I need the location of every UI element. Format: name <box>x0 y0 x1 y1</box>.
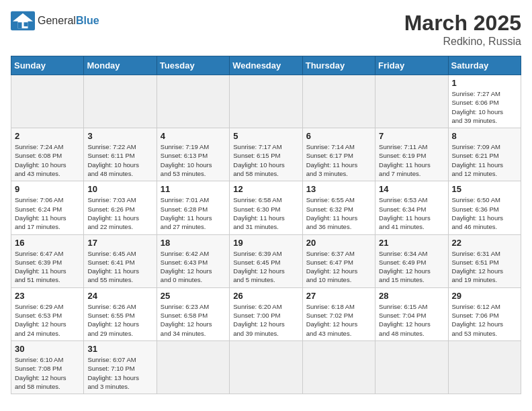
day-info: Sunrise: 6:20 AM Sunset: 7:00 PM Dayligh… <box>233 302 298 338</box>
day-number: 28 <box>379 291 444 301</box>
day-info: Sunrise: 6:50 AM Sunset: 6:36 PM Dayligh… <box>452 195 517 231</box>
day-info: Sunrise: 6:37 AM Sunset: 6:47 PM Dayligh… <box>306 249 371 285</box>
calendar-week-5: 23Sunrise: 6:29 AM Sunset: 6:53 PM Dayli… <box>11 287 521 340</box>
day-number: 26 <box>233 291 298 301</box>
day-info: Sunrise: 6:29 AM Sunset: 6:53 PM Dayligh… <box>15 302 80 338</box>
calendar-cell: 12Sunrise: 6:58 AM Sunset: 6:30 PM Dayli… <box>230 181 302 234</box>
calendar-cell: 8Sunrise: 7:09 AM Sunset: 6:21 PM Daylig… <box>448 128 521 181</box>
calendar-cell <box>375 340 448 394</box>
calendar-cell <box>157 75 229 128</box>
day-info: Sunrise: 7:19 AM Sunset: 6:13 PM Dayligh… <box>161 142 226 178</box>
calendar-cell: 24Sunrise: 6:26 AM Sunset: 6:55 PM Dayli… <box>84 287 157 340</box>
weekday-header-tuesday: Tuesday <box>157 56 229 75</box>
calendar-cell: 6Sunrise: 7:14 AM Sunset: 6:17 PM Daylig… <box>302 128 375 181</box>
day-number: 2 <box>15 131 80 141</box>
day-info: Sunrise: 7:14 AM Sunset: 6:17 PM Dayligh… <box>306 142 371 178</box>
calendar-cell <box>375 75 448 128</box>
day-info: Sunrise: 6:34 AM Sunset: 6:49 PM Dayligh… <box>379 249 444 285</box>
day-number: 23 <box>15 291 80 301</box>
month-title: March 2025 <box>404 11 521 36</box>
day-info: Sunrise: 6:42 AM Sunset: 6:43 PM Dayligh… <box>161 249 226 285</box>
calendar-cell: 3Sunrise: 7:22 AM Sunset: 6:11 PM Daylig… <box>84 128 157 181</box>
calendar-cell: 23Sunrise: 6:29 AM Sunset: 6:53 PM Dayli… <box>11 287 84 340</box>
day-number: 6 <box>306 131 371 141</box>
day-number: 30 <box>15 344 80 354</box>
calendar-cell: 5Sunrise: 7:17 AM Sunset: 6:15 PM Daylig… <box>230 128 302 181</box>
day-number: 7 <box>379 131 444 141</box>
calendar-cell <box>230 340 302 394</box>
weekday-header-saturday: Saturday <box>448 56 521 75</box>
calendar-cell: 14Sunrise: 6:53 AM Sunset: 6:34 PM Dayli… <box>375 181 448 234</box>
day-number: 19 <box>233 238 298 248</box>
day-info: Sunrise: 6:31 AM Sunset: 6:51 PM Dayligh… <box>452 249 517 285</box>
calendar-cell: 28Sunrise: 6:15 AM Sunset: 7:04 PM Dayli… <box>375 287 448 340</box>
day-info: Sunrise: 6:53 AM Sunset: 6:34 PM Dayligh… <box>379 195 444 231</box>
calendar-cell: 19Sunrise: 6:39 AM Sunset: 6:45 PM Dayli… <box>230 234 302 287</box>
calendar-cell: 15Sunrise: 6:50 AM Sunset: 6:36 PM Dayli… <box>448 181 521 234</box>
calendar-cell: 4Sunrise: 7:19 AM Sunset: 6:13 PM Daylig… <box>157 128 229 181</box>
calendar-cell: 2Sunrise: 7:24 AM Sunset: 6:08 PM Daylig… <box>11 128 84 181</box>
day-number: 24 <box>87 291 152 301</box>
day-number: 14 <box>379 184 444 194</box>
weekday-header-sunday: Sunday <box>11 56 84 75</box>
day-number: 22 <box>452 238 517 248</box>
calendar-cell: 29Sunrise: 6:12 AM Sunset: 7:06 PM Dayli… <box>448 287 521 340</box>
day-info: Sunrise: 6:45 AM Sunset: 6:41 PM Dayligh… <box>87 249 152 285</box>
day-info: Sunrise: 6:18 AM Sunset: 7:02 PM Dayligh… <box>306 302 371 338</box>
calendar-cell <box>302 75 375 128</box>
calendar-cell: 25Sunrise: 6:23 AM Sunset: 6:58 PM Dayli… <box>157 287 229 340</box>
day-info: Sunrise: 7:01 AM Sunset: 6:28 PM Dayligh… <box>161 195 226 231</box>
day-info: Sunrise: 6:26 AM Sunset: 6:55 PM Dayligh… <box>87 302 152 338</box>
page-header: GeneralBlue March 2025 Redkino, Russia <box>11 11 521 48</box>
day-info: Sunrise: 7:27 AM Sunset: 6:06 PM Dayligh… <box>452 89 517 125</box>
weekday-header-wednesday: Wednesday <box>230 56 302 75</box>
calendar-week-6: 30Sunrise: 6:10 AM Sunset: 7:08 PM Dayli… <box>11 340 521 394</box>
calendar-title-area: March 2025 Redkino, Russia <box>404 11 521 48</box>
day-number: 31 <box>87 344 152 354</box>
day-info: Sunrise: 6:23 AM Sunset: 6:58 PM Dayligh… <box>161 302 226 338</box>
day-number: 3 <box>87 131 152 141</box>
day-number: 18 <box>161 238 226 248</box>
calendar-cell: 22Sunrise: 6:31 AM Sunset: 6:51 PM Dayli… <box>448 234 521 287</box>
calendar-cell: 9Sunrise: 7:06 AM Sunset: 6:24 PM Daylig… <box>11 181 84 234</box>
calendar-cell: 26Sunrise: 6:20 AM Sunset: 7:00 PM Dayli… <box>230 287 302 340</box>
calendar-cell: 18Sunrise: 6:42 AM Sunset: 6:43 PM Dayli… <box>157 234 229 287</box>
svg-rect-3 <box>24 22 28 26</box>
calendar-cell: 10Sunrise: 7:03 AM Sunset: 6:26 PM Dayli… <box>84 181 157 234</box>
weekday-header-thursday: Thursday <box>302 56 375 75</box>
day-number: 29 <box>452 291 517 301</box>
calendar-cell <box>84 75 157 128</box>
day-info: Sunrise: 7:09 AM Sunset: 6:21 PM Dayligh… <box>452 142 517 178</box>
calendar-cell: 20Sunrise: 6:37 AM Sunset: 6:47 PM Dayli… <box>302 234 375 287</box>
day-number: 1 <box>452 78 517 88</box>
logo-text: GeneralBlue <box>38 15 99 27</box>
calendar-cell: 17Sunrise: 6:45 AM Sunset: 6:41 PM Dayli… <box>84 234 157 287</box>
calendar-week-4: 16Sunrise: 6:47 AM Sunset: 6:39 PM Dayli… <box>11 234 521 287</box>
logo-icon <box>11 11 35 31</box>
calendar-cell: 27Sunrise: 6:18 AM Sunset: 7:02 PM Dayli… <box>302 287 375 340</box>
day-info: Sunrise: 7:17 AM Sunset: 6:15 PM Dayligh… <box>233 142 298 178</box>
calendar-week-2: 2Sunrise: 7:24 AM Sunset: 6:08 PM Daylig… <box>11 128 521 181</box>
calendar-cell <box>230 75 302 128</box>
day-info: Sunrise: 6:39 AM Sunset: 6:45 PM Dayligh… <box>233 249 298 285</box>
calendar-cell: 21Sunrise: 6:34 AM Sunset: 6:49 PM Dayli… <box>375 234 448 287</box>
location-title: Redkino, Russia <box>404 36 521 48</box>
calendar-cell <box>157 340 229 394</box>
weekday-header-friday: Friday <box>375 56 448 75</box>
calendar-cell <box>302 340 375 394</box>
logo: GeneralBlue <box>11 11 99 31</box>
day-info: Sunrise: 7:24 AM Sunset: 6:08 PM Dayligh… <box>15 142 80 178</box>
calendar-cell: 13Sunrise: 6:55 AM Sunset: 6:32 PM Dayli… <box>302 181 375 234</box>
day-info: Sunrise: 7:11 AM Sunset: 6:19 PM Dayligh… <box>379 142 444 178</box>
day-info: Sunrise: 6:07 AM Sunset: 7:10 PM Dayligh… <box>87 355 152 391</box>
svg-rect-2 <box>18 22 22 28</box>
day-number: 17 <box>87 238 152 248</box>
calendar-cell: 11Sunrise: 7:01 AM Sunset: 6:28 PM Dayli… <box>157 181 229 234</box>
day-info: Sunrise: 7:03 AM Sunset: 6:26 PM Dayligh… <box>87 195 152 231</box>
day-number: 11 <box>161 184 226 194</box>
calendar-cell: 1Sunrise: 7:27 AM Sunset: 6:06 PM Daylig… <box>448 75 521 128</box>
calendar-cell <box>448 340 521 394</box>
day-info: Sunrise: 7:22 AM Sunset: 6:11 PM Dayligh… <box>87 142 152 178</box>
day-number: 8 <box>452 131 517 141</box>
day-number: 10 <box>87 184 152 194</box>
